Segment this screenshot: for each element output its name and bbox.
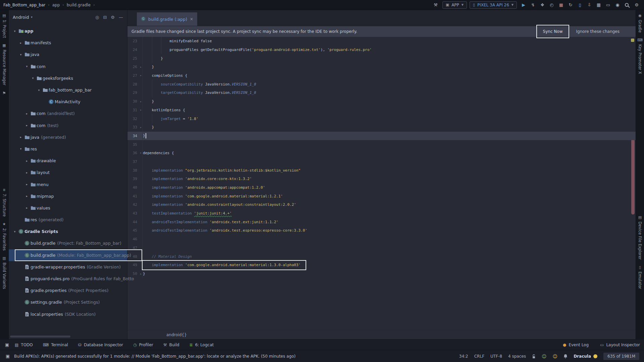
sync-gradle-icon[interactable]: ↻: [567, 2, 575, 7]
ignore-changes-button[interactable]: Ignore these changes: [576, 29, 620, 34]
code-line-36[interactable]: 36▾dependencies {: [127, 149, 636, 158]
editor-breadcrumb-bar[interactable]: android{}: [127, 330, 636, 339]
code-line-29[interactable]: 29 targetCompatibility JavaVersion.VERSI…: [127, 88, 636, 97]
tree-chevron-icon[interactable]: ▸: [18, 41, 23, 45]
project-view-selector[interactable]: Android ▾: [13, 15, 33, 20]
tree-item-com-test[interactable]: ▸com(test): [9, 120, 127, 131]
tree-item-manifests[interactable]: ▸manifests: [9, 37, 127, 49]
tree-item-build-gradle-module[interactable]: Gbuild.gradle(Module: Fab_Bottom_app_bar…: [9, 249, 127, 261]
code-line-35[interactable]: 35: [127, 140, 636, 149]
settings-icon[interactable]: ⚙: [111, 15, 115, 20]
todo-tab[interactable]: ▤TODO: [15, 343, 33, 347]
tool-window-switcher-icon[interactable]: ▣: [4, 342, 10, 347]
logcat-tab[interactable]: ≣6: Logcat: [190, 343, 214, 347]
tree-item-mainactivity[interactable]: CMainActivity: [9, 96, 127, 108]
status-message[interactable]: Build APK(s): APK(s) generated successfu…: [14, 354, 296, 359]
tree-item-res[interactable]: ▾res: [9, 143, 127, 155]
tree-item-gradle-wrapper[interactable]: gradle-wrapper.properties(Gradle Version…: [9, 261, 127, 273]
breadcrumb-module[interactable]: app: [52, 3, 60, 7]
tool-structure[interactable]: ≡7: Structure: [2, 188, 7, 217]
stop-icon[interactable]: ■: [557, 2, 565, 7]
tree-chevron-icon[interactable]: ▸: [24, 206, 30, 209]
layout-inspector-icon[interactable]: ▭: [604, 2, 612, 7]
terminal-tab[interactable]: ⌨Terminal: [43, 343, 68, 347]
plugin-smiley-icon[interactable]: ☺: [542, 354, 547, 359]
fold-marker-icon[interactable]: ▾: [139, 106, 143, 115]
tree-item-res-generated[interactable]: res(generated): [9, 214, 127, 226]
tool-device-file-explorer[interactable]: ▤Device File Explorer: [638, 215, 642, 260]
build-tab[interactable]: ⚒Build: [163, 343, 179, 347]
code-line-31[interactable]: 31▾ kotlinOptions {: [127, 106, 636, 115]
fold-marker-icon[interactable]: ▴: [139, 123, 143, 132]
tree-item-fab-bottom-app-bar[interactable]: ▾fab_bottom_app_bar: [9, 84, 127, 96]
code-line-40[interactable]: 40 implementation 'androidx.appcompat:ap…: [127, 183, 636, 192]
code-line-42[interactable]: 42 implementation 'androidx.constraintla…: [127, 200, 636, 209]
tree-item-settings-gradle[interactable]: Gsettings.gradle(Project Settings): [9, 296, 127, 308]
search-icon[interactable]: [625, 3, 629, 7]
tree-chevron-icon[interactable]: ▸: [24, 112, 30, 115]
line-ending-indicator[interactable]: CRLF: [474, 354, 484, 359]
code-line-26[interactable]: 26▴ }: [127, 63, 636, 71]
code-line-27[interactable]: 27▾ compileOptions {: [127, 71, 636, 80]
tool-resource-manager[interactable]: ▦Resource Manager: [2, 43, 7, 85]
breadcrumb-project[interactable]: Fab_Bottom_app_bar: [3, 3, 45, 7]
code-line-49[interactable]: 49 implementation 'com.google.android.ma…: [127, 261, 636, 269]
settings-icon[interactable]: ⚙: [633, 2, 641, 7]
code-line-41[interactable]: 41 implementation 'com.google.android.ma…: [127, 192, 636, 200]
notifications-icon[interactable]: ◉: [613, 2, 622, 7]
code-line-30[interactable]: 30▴ }: [127, 97, 636, 106]
project-structure-icon[interactable]: ▦: [595, 2, 603, 7]
code-line-48[interactable]: 48 // Material Design: [127, 252, 636, 261]
panel-scrollbar[interactable]: [10, 336, 70, 338]
editor-tab-build-gradle[interactable]: G build.gradle (:app) ×: [137, 12, 197, 26]
fold-marker-icon[interactable]: ▾: [139, 149, 143, 158]
editor-breadcrumb[interactable]: android{}: [166, 333, 187, 337]
tree-chevron-icon[interactable]: ▾: [36, 88, 42, 92]
tree-chevron-icon[interactable]: ▸: [24, 171, 30, 174]
tree-item-app[interactable]: ▾app: [9, 25, 127, 37]
tree-chevron-icon[interactable]: ▾: [12, 230, 17, 233]
code-line-34[interactable]: 34}: [127, 132, 636, 140]
tree-item-drawable[interactable]: ▸drawable: [9, 155, 127, 167]
event-log-tab[interactable]: ●Event Log: [563, 343, 589, 347]
code-line-38[interactable]: 38 implementation "org.jetbrains.kotlin:…: [127, 166, 636, 175]
run-config-select[interactable]: ▣ APP ▼: [442, 1, 467, 9]
fold-marker-icon[interactable]: ▴: [139, 269, 143, 278]
tool-build-variants[interactable]: ▥Build Variants: [2, 256, 7, 289]
code-line-50[interactable]: 50▴}: [127, 269, 636, 278]
tool-gradle[interactable]: ◉Gradle: [638, 13, 642, 33]
tree-chevron-icon[interactable]: ▾: [12, 29, 17, 33]
bookmarks-icon[interactable]: ⚑: [2, 91, 6, 96]
tree-item-java[interactable]: ▾java: [9, 49, 127, 60]
code-line-37[interactable]: 37: [127, 158, 636, 166]
tool-favorites[interactable]: ★2: Favorites: [2, 222, 7, 251]
tree-chevron-icon[interactable]: ▾: [24, 65, 30, 68]
device-select[interactable]: ▯ PIXEL 3A API 26 ▼: [470, 1, 517, 9]
tree-item-java-generated[interactable]: ▸java(generated): [9, 131, 127, 143]
avd-manager-icon[interactable]: ▯: [576, 2, 584, 7]
tree-item-geeksforgeeks[interactable]: ▾geeksforgeeks: [9, 72, 127, 84]
tree-chevron-icon[interactable]: ▾: [18, 53, 23, 56]
tree-item-values[interactable]: ▸values: [9, 202, 127, 214]
tree-item-com-androidtest[interactable]: ▸com(androidTest): [9, 108, 127, 119]
tool-key-promoter[interactable]: ⌨Key Promoter X: [638, 38, 642, 74]
status-window-icon[interactable]: ▣: [5, 354, 11, 359]
fold-marker-icon[interactable]: ▴: [139, 63, 143, 71]
code-line-46[interactable]: 46: [127, 235, 636, 244]
debug-icon[interactable]: ❖: [538, 2, 546, 7]
tree-item-proguard-rules[interactable]: proguard-rules.pro(ProGuard Rules for Fa…: [9, 273, 127, 285]
memory-indicator[interactable]: 635 of 1981M: [603, 353, 639, 360]
profiler-tab[interactable]: ◷Profiler: [133, 343, 153, 347]
sdk-manager-icon[interactable]: ⇩: [585, 2, 593, 7]
fold-marker-icon[interactable]: ▾: [139, 71, 143, 80]
tree-item-mipmap[interactable]: ▸mipmap: [9, 190, 127, 202]
build-icon[interactable]: ⚒: [432, 2, 440, 7]
tree-chevron-icon[interactable]: ▸: [24, 183, 30, 186]
code-line-43[interactable]: 43 testImplementation 'junit:junit:4.+': [127, 209, 636, 218]
tree-item-local-properties[interactable]: local.properties(SDK Location): [9, 308, 127, 320]
code-line-47[interactable]: 47: [127, 244, 636, 252]
sync-now-button[interactable]: Sync Now: [536, 25, 570, 38]
tool-emulator[interactable]: ▯Emulator: [638, 265, 642, 289]
code-line-28[interactable]: 28 sourceCompatibility JavaVersion.VERSI…: [127, 80, 636, 88]
locate-icon[interactable]: ◎: [95, 15, 99, 20]
